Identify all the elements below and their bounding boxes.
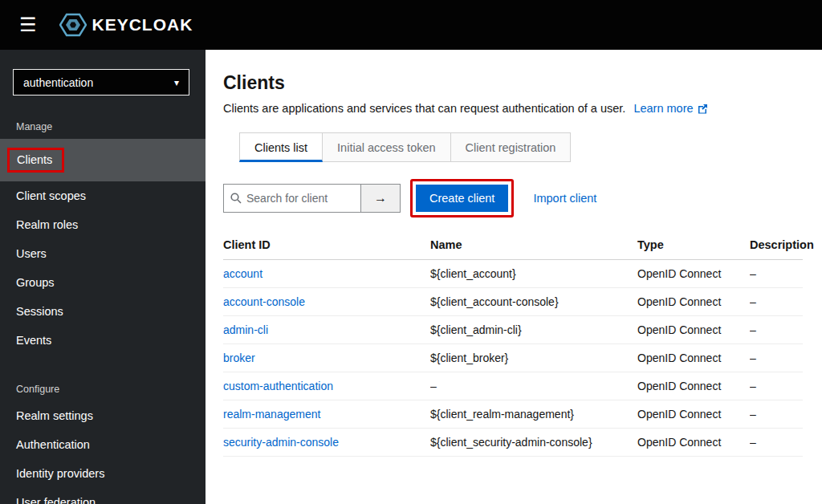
client-name-cell: ${client_broker} bbox=[430, 344, 637, 372]
search-icon bbox=[230, 193, 242, 204]
search-submit-button[interactable]: → bbox=[361, 184, 401, 213]
client-name-cell: ${client_security-admin-console} bbox=[430, 429, 637, 457]
hamburger-menu-icon[interactable]: ☰ bbox=[8, 9, 48, 41]
client-type-cell: OpenID Connect bbox=[637, 260, 750, 288]
import-client-link[interactable]: Import client bbox=[533, 192, 596, 205]
table-row: broker ${client_broker} OpenID Connect – bbox=[223, 344, 803, 372]
table-header-row: Client ID Name Type Description bbox=[223, 230, 803, 260]
table-row: admin-cli ${client_admin-cli} OpenID Con… bbox=[223, 316, 803, 344]
client-name-cell: ${client_admin-cli} bbox=[430, 316, 637, 344]
client-id-link[interactable]: account bbox=[223, 267, 262, 280]
search-input[interactable] bbox=[246, 192, 354, 205]
sidebar-item-user-federation[interactable]: User federation bbox=[0, 488, 206, 504]
client-id-link[interactable]: realm-management bbox=[223, 408, 320, 421]
tab-client-registration[interactable]: Client registration bbox=[451, 132, 572, 162]
search-group: → bbox=[223, 184, 401, 213]
main-content: Clients Clients are applications and ser… bbox=[206, 50, 822, 504]
client-description-cell: – bbox=[750, 344, 803, 372]
sidebar-item-groups[interactable]: Groups bbox=[0, 268, 206, 297]
tabs: Clients list Initial access token Client… bbox=[239, 132, 803, 162]
client-name-cell: ${client_account} bbox=[430, 260, 637, 288]
client-description-cell: – bbox=[750, 260, 803, 288]
client-id-link[interactable]: custom-authentication bbox=[223, 380, 333, 392]
col-header-description: Description bbox=[750, 230, 803, 260]
sidebar-item-realm-roles[interactable]: Realm roles bbox=[0, 210, 206, 239]
brand-text: KEYCLOAK bbox=[92, 15, 193, 35]
client-name-cell: ${client_account-console} bbox=[430, 288, 637, 316]
client-description-cell: – bbox=[750, 316, 803, 344]
sidebar: authentication ▾ Manage Clients Client s… bbox=[0, 50, 206, 504]
page-description-text: Clients are applications and services th… bbox=[223, 102, 625, 115]
keycloak-logo: KEYCLOAK bbox=[59, 13, 193, 37]
sidebar-item-label: Clients bbox=[17, 153, 52, 166]
sidebar-item-realm-settings[interactable]: Realm settings bbox=[0, 401, 206, 430]
client-type-cell: OpenID Connect bbox=[637, 400, 750, 429]
client-type-cell: OpenID Connect bbox=[637, 372, 750, 400]
sidebar-item-client-scopes[interactable]: Client scopes bbox=[0, 181, 206, 210]
page-title: Clients bbox=[223, 72, 803, 94]
learn-more-label: Learn more bbox=[633, 102, 693, 115]
nav-section-configure: Configure bbox=[0, 376, 206, 401]
tab-initial-access-token[interactable]: Initial access token bbox=[323, 132, 451, 162]
learn-more-link[interactable]: Learn more bbox=[633, 102, 707, 115]
sidebar-item-sessions[interactable]: Sessions bbox=[0, 297, 206, 326]
col-header-name: Name bbox=[430, 230, 637, 260]
client-type-cell: OpenID Connect bbox=[637, 429, 750, 457]
client-type-cell: OpenID Connect bbox=[637, 316, 750, 344]
col-header-type: Type bbox=[637, 230, 750, 260]
annotation-clients-highlight: Clients bbox=[7, 148, 64, 173]
client-description-cell: – bbox=[750, 372, 803, 400]
sidebar-item-authentication[interactable]: Authentication bbox=[0, 430, 206, 459]
table-row: custom-authentication – OpenID Connect – bbox=[223, 372, 803, 400]
chevron-down-icon: ▾ bbox=[174, 77, 179, 88]
page-description: Clients are applications and services th… bbox=[223, 102, 803, 115]
realm-selector[interactable]: authentication ▾ bbox=[13, 69, 189, 96]
sidebar-item-users[interactable]: Users bbox=[0, 239, 206, 268]
client-id-link[interactable]: broker bbox=[223, 352, 255, 364]
client-description-cell: – bbox=[750, 288, 803, 316]
external-link-icon bbox=[698, 104, 708, 114]
realm-selector-value: authentication bbox=[23, 76, 93, 89]
tab-clients-list[interactable]: Clients list bbox=[239, 132, 323, 162]
client-description-cell: – bbox=[750, 429, 803, 457]
client-id-link[interactable]: security-admin-console bbox=[223, 436, 339, 449]
client-type-cell: OpenID Connect bbox=[637, 344, 750, 372]
client-name-cell: ${client_realm-management} bbox=[430, 400, 637, 429]
search-box bbox=[223, 184, 361, 213]
nav-section-manage: Manage bbox=[0, 113, 206, 139]
sidebar-item-events[interactable]: Events bbox=[0, 326, 206, 355]
client-description-cell: – bbox=[750, 400, 803, 429]
clients-table: Client ID Name Type Description account … bbox=[223, 230, 803, 457]
client-id-link[interactable]: admin-cli bbox=[223, 323, 268, 336]
sidebar-item-identity-providers[interactable]: Identity providers bbox=[0, 459, 206, 488]
table-row: security-admin-console ${client_security… bbox=[223, 429, 803, 457]
table-row: account-console ${client_account-console… bbox=[223, 288, 803, 316]
toolbar: → Create client Import client bbox=[223, 179, 803, 217]
topbar: ☰ KEYCLOAK bbox=[0, 0, 822, 50]
annotation-create-client-highlight: Create client bbox=[410, 179, 514, 217]
sidebar-item-clients[interactable]: Clients bbox=[0, 139, 206, 181]
table-row: account ${client_account} OpenID Connect… bbox=[223, 260, 803, 288]
client-id-link[interactable]: account-console bbox=[223, 295, 305, 308]
create-client-button[interactable]: Create client bbox=[416, 185, 508, 212]
keycloak-hexagon-icon bbox=[59, 13, 87, 37]
client-type-cell: OpenID Connect bbox=[637, 288, 750, 316]
table-row: realm-management ${client_realm-manageme… bbox=[223, 400, 803, 429]
col-header-client-id: Client ID bbox=[223, 230, 430, 260]
client-name-cell: – bbox=[430, 372, 637, 400]
